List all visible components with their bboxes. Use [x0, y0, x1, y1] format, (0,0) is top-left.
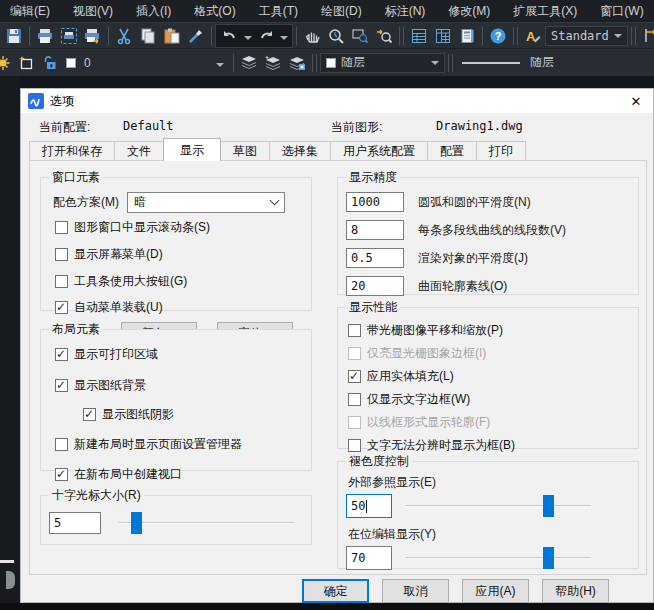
toolbar-separator [513, 27, 518, 45]
checkbox-solid-fill[interactable]: 应用实体填充(L) [348, 368, 630, 385]
close-icon[interactable]: ✕ [626, 94, 646, 109]
layer-bulb-icon[interactable] [0, 52, 14, 74]
apply-button[interactable]: 应用(A) [462, 579, 529, 603]
dialog-title-bar[interactable]: 选项 ✕ [21, 89, 653, 113]
checkbox-create-viewport[interactable]: 在新布局中创建视口 [55, 466, 303, 483]
tab-files[interactable]: 文件 [114, 141, 164, 161]
dock-grip[interactable] [6, 571, 15, 589]
plot-icon[interactable] [81, 25, 105, 47]
toolbar-separator [448, 54, 453, 72]
checkbox-page-setup-manager[interactable]: 新建布局时显示页面设置管理器 [55, 436, 303, 453]
properties-palette-icon[interactable] [407, 25, 431, 47]
inplace-fade-input[interactable]: 70 [346, 546, 392, 570]
polyline-segments-input[interactable]: 8 [346, 220, 404, 240]
checkbox-raster-pan-zoom[interactable]: 带光栅图像平移和缩放(P) [348, 322, 630, 339]
menu-modify[interactable]: 修改(M) [448, 3, 490, 20]
tab-user-preferences[interactable]: 用户系统配置 [330, 141, 428, 161]
color-control-combo[interactable]: 随层 [320, 53, 445, 73]
menu-view[interactable]: 视图(V) [73, 3, 113, 20]
checkbox-text-boundary-only[interactable]: 仅显示文字边框(W) [348, 391, 630, 408]
cut-icon[interactable] [112, 25, 136, 47]
undo-dropdown-icon[interactable] [242, 29, 254, 43]
checkbox-box[interactable] [55, 221, 68, 234]
checkbox-screen-menu[interactable]: 显示屏幕菜单(D) [55, 246, 303, 263]
layer-manager-icon[interactable] [285, 52, 309, 74]
checkbox-printable-area[interactable]: 显示可打印区域 [55, 346, 303, 363]
inplace-fade-slider[interactable] [406, 547, 591, 569]
linetype-control-combo[interactable]: 随层 [456, 54, 560, 71]
tab-draft[interactable]: 草图 [220, 141, 270, 161]
checkbox-large-buttons[interactable]: 工具条使用大按钮(G) [55, 273, 303, 290]
rendered-smoothness-input[interactable]: 0.5 [346, 248, 404, 268]
zoom-previous-icon[interactable] [372, 25, 396, 47]
checkbox-box[interactable] [55, 275, 68, 288]
checkbox-text-as-box[interactable]: 文字无法分辨时显示为框(B) [348, 437, 630, 454]
checkbox-box[interactable] [83, 408, 96, 421]
undo-icon[interactable] [218, 25, 242, 47]
tab-selection[interactable]: 选择集 [269, 141, 331, 161]
xref-fade-input[interactable]: 50 [346, 494, 392, 518]
copy-icon[interactable] [136, 25, 160, 47]
menu-edit[interactable]: 编辑(E) [10, 3, 50, 20]
checkbox-auto-menu-load[interactable]: 自动菜单装载(U) [55, 299, 303, 316]
checkbox-box[interactable] [55, 468, 68, 481]
ok-button[interactable]: 确定 [302, 579, 369, 603]
tab-open-save[interactable]: 打开和保存 [29, 141, 115, 161]
help-button[interactable]: 帮助(H) [542, 579, 609, 603]
color-scheme-select[interactable]: 暗 [127, 192, 285, 213]
pan-icon[interactable] [300, 25, 324, 47]
menu-insert[interactable]: 插入(I) [136, 3, 171, 20]
help-icon[interactable]: ? [486, 25, 510, 47]
save-icon[interactable] [2, 25, 26, 47]
checkbox-box[interactable] [348, 393, 361, 406]
xref-fade-slider[interactable] [406, 495, 591, 517]
checkbox-scrollbars[interactable]: 图形窗口中显示滚动条(S) [55, 219, 303, 236]
print-preview-icon[interactable] [57, 25, 81, 47]
checkbox-box[interactable] [55, 348, 68, 361]
checkbox-paper-shadow[interactable]: 显示图纸阴影 [83, 406, 303, 423]
menu-dimension[interactable]: 标注(N) [385, 3, 426, 20]
print-icon[interactable] [33, 25, 57, 47]
checkbox-box[interactable] [55, 379, 68, 392]
checkbox-box[interactable] [55, 438, 68, 451]
checkbox-box[interactable] [348, 370, 361, 383]
menu-tools[interactable]: 工具(T) [259, 3, 298, 20]
layer-states-icon[interactable] [261, 52, 285, 74]
checkbox-paper-background[interactable]: 显示图纸背景 [55, 377, 303, 394]
checkbox-box[interactable] [55, 248, 68, 261]
text-style-combo[interactable]: Standard [545, 26, 628, 46]
tab-plot[interactable]: 打印 [476, 141, 526, 161]
dimension-icon[interactable] [639, 25, 654, 47]
tab-profiles[interactable]: 配置 [427, 141, 477, 161]
tab-display[interactable]: 显示 [163, 138, 221, 161]
format-painter-icon[interactable] [184, 25, 208, 47]
slider-thumb[interactable] [131, 512, 142, 534]
design-center-icon[interactable] [431, 25, 455, 47]
layer-freeze-icon[interactable] [14, 52, 38, 74]
text-style-icon[interactable]: A [521, 25, 545, 47]
crosshair-size-slider[interactable] [119, 512, 295, 534]
zoom-realtime-icon[interactable] [324, 25, 348, 47]
checkbox-box[interactable] [348, 439, 361, 452]
cancel-button[interactable]: 取消 [382, 579, 449, 603]
layer-unlock-icon[interactable] [38, 52, 62, 74]
layer-properties-icon[interactable] [237, 52, 261, 74]
layer-color-swatch [62, 52, 80, 74]
menu-express-tools[interactable]: 扩展工具(X) [513, 3, 577, 20]
checkbox-box[interactable] [55, 301, 68, 314]
layer-combo-dropdown-icon[interactable] [210, 56, 230, 70]
tool-palettes-icon[interactable] [455, 25, 479, 47]
menu-format[interactable]: 格式(O) [194, 3, 235, 20]
menu-draw[interactable]: 绘图(D) [321, 3, 362, 20]
arc-smoothness-input[interactable]: 1000 [346, 192, 404, 212]
crosshair-size-input[interactable]: 5 [49, 512, 101, 534]
zoom-window-icon[interactable] [348, 25, 372, 47]
contour-lines-input[interactable]: 20 [346, 276, 404, 296]
checkbox-box[interactable] [348, 324, 361, 337]
slider-thumb[interactable] [543, 495, 554, 517]
paste-icon[interactable] [160, 25, 184, 47]
menu-window[interactable]: 窗口(W) [600, 3, 643, 20]
redo-dropdown-icon[interactable] [278, 29, 290, 43]
slider-thumb[interactable] [543, 547, 554, 569]
redo-icon[interactable] [254, 25, 278, 47]
